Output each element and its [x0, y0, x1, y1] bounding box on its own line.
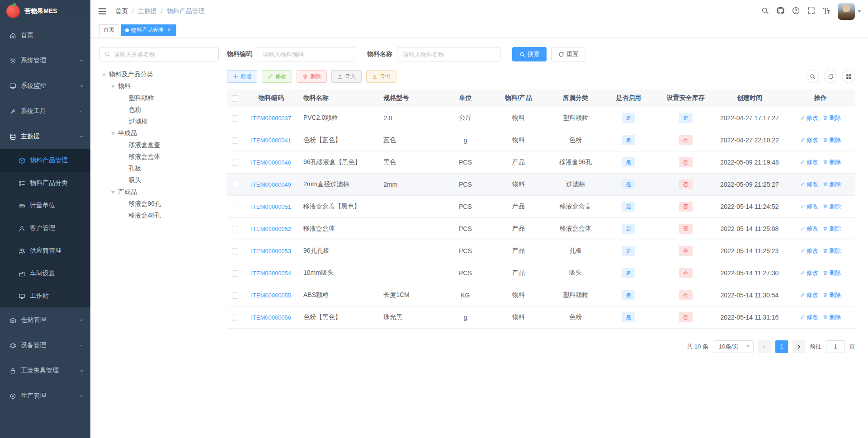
next-page-button[interactable] — [793, 340, 805, 353]
row-checkbox[interactable] — [232, 292, 238, 299]
fullscreen-button[interactable] — [803, 4, 819, 19]
row-checkbox[interactable] — [232, 315, 238, 321]
item-code-link[interactable]: ITEM00000051 — [251, 203, 291, 210]
sidebar-item-fixture[interactable]: 工装夹具管理 — [0, 358, 90, 383]
help-button[interactable] — [788, 4, 803, 19]
row-delete-link[interactable]: 删除 — [823, 269, 841, 277]
column-header-enabled[interactable]: 是否启用 — [599, 89, 658, 107]
item-code-link[interactable]: ITEM00000046 — [251, 159, 291, 166]
row-checkbox[interactable] — [232, 182, 238, 188]
row-edit-link[interactable]: 修改 — [800, 180, 818, 188]
sidebar-item-production[interactable]: 生产管理 — [0, 383, 90, 409]
row-edit-link[interactable]: 修改 — [800, 136, 818, 144]
tree-node[interactable]: 物料 — [99, 80, 219, 92]
tree-node[interactable]: 过滤棉 — [99, 116, 219, 127]
row-edit-link[interactable]: 修改 — [800, 225, 818, 233]
material-code-input[interactable] — [257, 47, 355, 61]
prev-page-button[interactable] — [758, 340, 771, 353]
row-delete-link[interactable]: 删除 — [823, 180, 841, 188]
row-delete-link[interactable]: 删除 — [823, 225, 841, 233]
column-header-category[interactable]: 所属分类 — [552, 89, 599, 107]
download-button[interactable]: 导出 — [366, 70, 396, 83]
row-delete-link[interactable]: 删除 — [823, 203, 841, 211]
tree-node[interactable]: 塑料颗粒 — [99, 92, 219, 104]
row-checkbox[interactable] — [232, 115, 238, 122]
select-all-checkbox[interactable] — [232, 95, 238, 102]
tree-node[interactable]: 色粉 — [99, 104, 219, 116]
reset-button[interactable]: 重置 — [551, 47, 585, 61]
row-checkbox[interactable] — [232, 226, 238, 232]
row-edit-link[interactable]: 修改 — [800, 158, 818, 166]
sidebar-item-supplier[interactable]: 供应商管理 — [0, 240, 90, 262]
sidebar-item-workshop[interactable]: 车间设置 — [0, 262, 90, 285]
tab-home[interactable]: 首页 — [99, 24, 118, 36]
column-header-unit[interactable]: 单位 — [446, 89, 485, 107]
user-menu[interactable] — [838, 3, 861, 20]
sidebar-item-device[interactable]: 设备管理 — [0, 333, 90, 358]
item-code-link[interactable]: ITEM00000054 — [251, 270, 291, 277]
tree-node[interactable]: 移液盒48孔 — [99, 210, 219, 221]
sidebar-item-workstation[interactable]: 工作站 — [0, 285, 90, 307]
sidebar-item-category[interactable]: 物料产品分类 — [0, 172, 90, 194]
column-header-created[interactable]: 创建时间 — [713, 89, 786, 107]
item-code-link[interactable]: ITEM00000056 — [251, 314, 291, 321]
item-code-link[interactable]: ITEM00000055 — [251, 292, 291, 299]
column-header-safety[interactable]: 设置安全库存 — [658, 89, 713, 107]
caret-down-icon[interactable] — [111, 85, 115, 90]
item-code-link[interactable]: ITEM00000049 — [251, 181, 291, 188]
upload-button[interactable]: 导入 — [331, 70, 362, 83]
page-size-select[interactable]: 10条/页 — [714, 340, 754, 353]
column-header-code[interactable]: 物料编码 — [243, 89, 299, 107]
category-search-input[interactable] — [114, 51, 214, 58]
sidebar-item-monitor[interactable]: 系统监控 — [0, 73, 90, 99]
column-header-name[interactable]: 物料名称 — [299, 89, 379, 107]
item-code-link[interactable]: ITEM00000041 — [251, 137, 291, 144]
row-edit-link[interactable]: 修改 — [800, 269, 818, 277]
column-header-type[interactable]: 物料/产品 — [485, 89, 552, 107]
fontsize-button[interactable] — [819, 4, 834, 19]
row-delete-link[interactable]: 删除 — [823, 313, 841, 321]
goto-page-input[interactable] — [826, 340, 845, 353]
grid-tool-button[interactable] — [842, 70, 855, 83]
row-edit-link[interactable]: 修改 — [800, 203, 818, 211]
row-delete-link[interactable]: 删除 — [823, 291, 841, 299]
row-delete-link[interactable]: 删除 — [823, 136, 841, 144]
row-delete-link[interactable]: 删除 — [823, 114, 841, 122]
breadcrumb-item-home[interactable]: 首页 — [115, 7, 128, 15]
search-button[interactable]: 搜索 — [512, 47, 547, 61]
item-code-link[interactable]: ITEM00000053 — [251, 248, 291, 254]
delete-button[interactable]: 删除 — [297, 70, 327, 83]
row-edit-link[interactable]: 修改 — [800, 247, 818, 255]
tab-material-management[interactable]: 物料产品管理 × — [121, 24, 176, 36]
sidebar-item-customer[interactable]: 客户管理 — [0, 217, 90, 240]
row-delete-link[interactable]: 删除 — [823, 247, 841, 255]
tree-node[interactable]: 移液盒盒体 — [99, 151, 219, 163]
sidebar-item-warehouse[interactable]: 仓储管理 — [0, 307, 90, 333]
close-icon[interactable]: × — [166, 27, 172, 33]
tree-node[interactable]: 半成品 — [99, 127, 219, 139]
row-delete-link[interactable]: 删除 — [823, 158, 841, 166]
search-button[interactable] — [757, 4, 773, 19]
row-checkbox[interactable] — [232, 204, 238, 210]
row-checkbox[interactable] — [232, 270, 238, 277]
column-header-spec[interactable]: 规格型号 — [379, 89, 446, 107]
column-header-actions[interactable]: 操作 — [786, 89, 855, 107]
row-edit-link[interactable]: 修改 — [800, 114, 818, 122]
sidebar-item-gear[interactable]: 系统管理 — [0, 48, 90, 73]
sidebar-item-tools[interactable]: 系统工具 — [0, 99, 90, 124]
search-tool-button[interactable] — [806, 70, 819, 83]
row-checkbox[interactable] — [232, 248, 238, 254]
page-number-button[interactable]: 1 — [775, 340, 788, 353]
tree-node[interactable]: 孔板 — [99, 163, 219, 174]
tree-node[interactable]: 产成品 — [99, 186, 219, 198]
caret-down-icon[interactable] — [102, 74, 106, 78]
row-edit-link[interactable]: 修改 — [800, 291, 818, 299]
plus-button[interactable]: 新增 — [227, 70, 257, 83]
refresh-tool-button[interactable] — [824, 70, 837, 83]
row-checkbox[interactable] — [232, 160, 238, 166]
sidebar-item-database[interactable]: 主数据 — [0, 124, 90, 149]
sidebar-item-home[interactable]: 首页 — [0, 23, 90, 48]
tree-node[interactable]: 物料及产品分类 — [99, 69, 219, 80]
row-edit-link[interactable]: 修改 — [800, 313, 818, 321]
row-checkbox[interactable] — [232, 137, 238, 144]
